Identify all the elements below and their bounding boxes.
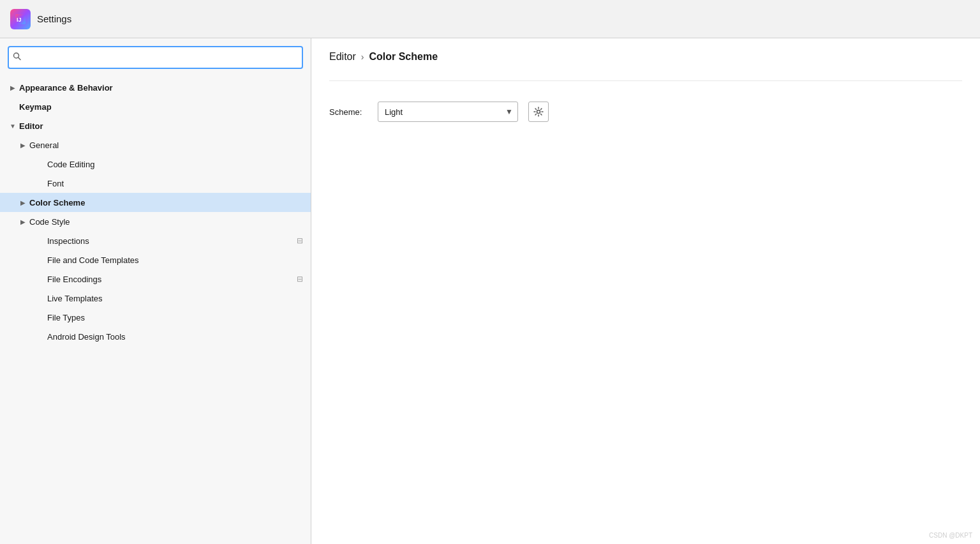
search-container [8, 46, 303, 69]
sidebar-item-file-code-templates[interactable]: ▶ File and Code Templates [0, 250, 311, 269]
window-title: Settings [37, 13, 71, 24]
search-box-wrapper [0, 38, 311, 75]
title-bar: IJ Settings [0, 0, 980, 38]
svg-text:IJ: IJ [17, 17, 22, 23]
scheme-settings-button[interactable] [528, 102, 549, 122]
inspections-icon: ⊟ [297, 236, 303, 245]
content-panel: Editor › Color Scheme Scheme: Light Defa… [311, 38, 980, 544]
chevron-icon: ▶ [18, 197, 28, 208]
sidebar: ▶ Appearance & Behavior ▶ Keymap ▼ Edito… [0, 38, 311, 544]
sidebar-tree: ▶ Appearance & Behavior ▶ Keymap ▼ Edito… [0, 75, 311, 544]
file-encodings-icon: ⊟ [297, 275, 303, 283]
breadcrumb-separator: › [361, 52, 364, 62]
sidebar-item-general[interactable]: ▶ General [0, 135, 311, 155]
sidebar-item-label: File Types [47, 313, 85, 322]
sidebar-item-appearance-behavior[interactable]: ▶ Appearance & Behavior [0, 78, 311, 97]
sidebar-item-label: Code Style [29, 217, 70, 227]
sidebar-item-label: Editor [19, 121, 43, 131]
sidebar-item-code-editing[interactable]: ▶ Code Editing [0, 155, 311, 174]
sidebar-item-label: Inspections [47, 236, 89, 246]
sidebar-item-label: Color Scheme [29, 198, 85, 208]
sidebar-item-label: File Encodings [47, 275, 101, 284]
chevron-icon: ▶ [8, 82, 18, 93]
breadcrumb-current: Color Scheme [369, 51, 438, 63]
sidebar-item-label: Live Templates [47, 294, 102, 303]
content-divider [329, 80, 962, 81]
sidebar-item-label: File and Code Templates [47, 255, 139, 265]
sidebar-item-live-templates[interactable]: ▶ Live Templates [0, 289, 311, 308]
sidebar-item-file-types[interactable]: ▶ File Types [0, 308, 311, 327]
search-input[interactable] [8, 46, 303, 69]
gear-icon [533, 107, 544, 117]
sidebar-item-label: Keymap [19, 102, 52, 112]
chevron-icon: ▼ [8, 121, 18, 131]
chevron-icon: ▶ [18, 140, 28, 150]
sidebar-item-inspections[interactable]: ▶ Inspections ⊟ [0, 231, 311, 250]
scheme-select-wrapper: Light Default Darcula High contrast ▼ [378, 102, 518, 122]
scheme-row: Scheme: Light Default Darcula High contr… [329, 102, 962, 122]
sidebar-item-label: Font [47, 179, 64, 188]
sidebar-item-font[interactable]: ▶ Font [0, 174, 311, 193]
sidebar-item-android-design-tools[interactable]: ▶ Android Design Tools [0, 327, 311, 346]
main-layout: ▶ Appearance & Behavior ▶ Keymap ▼ Edito… [0, 38, 980, 544]
sidebar-item-color-scheme[interactable]: ▶ Color Scheme [0, 193, 311, 212]
chevron-icon: ▶ [18, 216, 28, 227]
scheme-label: Scheme: [329, 107, 368, 117]
sidebar-item-label: General [29, 140, 59, 150]
sidebar-item-keymap[interactable]: ▶ Keymap [0, 97, 311, 116]
svg-point-4 [537, 110, 540, 114]
scheme-select[interactable]: Light Default Darcula High contrast [378, 102, 518, 122]
breadcrumb: Editor › Color Scheme [329, 51, 962, 63]
sidebar-item-label: Code Editing [47, 160, 94, 169]
watermark: CSDN @DKPT [929, 532, 972, 539]
sidebar-item-label: Appearance & Behavior [19, 83, 113, 93]
sidebar-item-editor[interactable]: ▼ Editor [0, 116, 311, 135]
sidebar-item-label: Android Design Tools [47, 332, 126, 342]
sidebar-item-file-encodings[interactable]: ▶ File Encodings ⊟ [0, 269, 311, 289]
sidebar-item-code-style[interactable]: ▶ Code Style [0, 212, 311, 231]
app-logo: IJ [10, 9, 31, 29]
breadcrumb-parent: Editor [329, 51, 356, 63]
